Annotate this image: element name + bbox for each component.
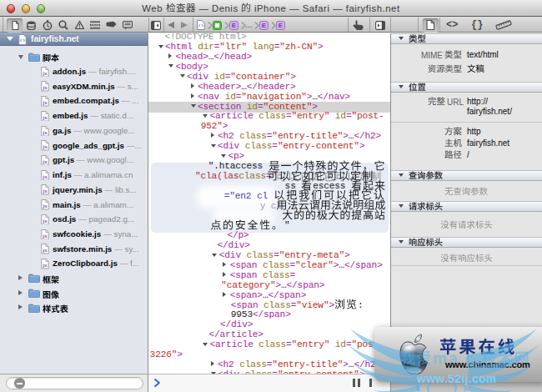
svg-text:js: js (42, 248, 48, 253)
svg-text:js: js (42, 100, 48, 105)
svg-text:js: js (42, 144, 48, 149)
svg-text:js: js (42, 188, 48, 193)
svg-text:js: js (42, 174, 48, 179)
svg-text:js: js (42, 130, 48, 135)
svg-text:js: js (42, 85, 48, 90)
svg-text:js: js (42, 263, 48, 268)
svg-text:E: E (232, 22, 237, 29)
svg-text:js: js (42, 234, 48, 239)
svg-text:js: js (42, 115, 48, 120)
svg-text:js: js (42, 159, 48, 164)
svg-text:E: E (279, 22, 284, 29)
svg-text:js: js (42, 204, 48, 209)
svg-text:E: E (262, 22, 267, 29)
svg-text:js: js (42, 219, 48, 224)
svg-text:js: js (42, 71, 48, 76)
